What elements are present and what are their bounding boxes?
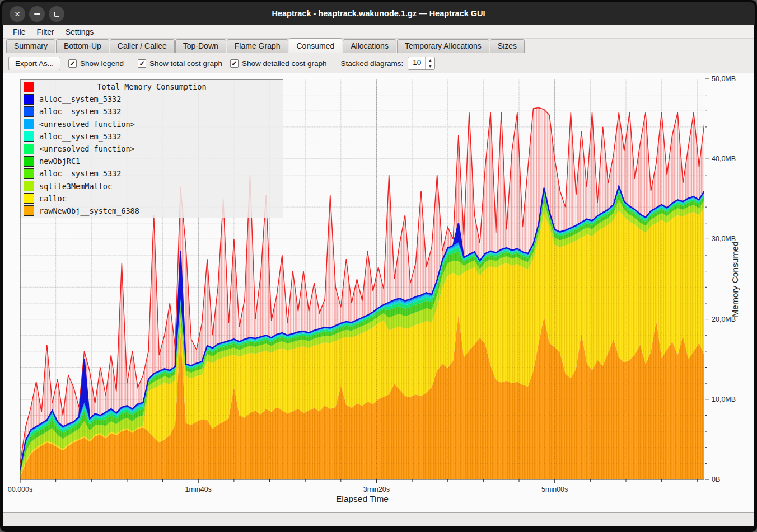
maximize-icon — [54, 12, 59, 17]
legend-swatch — [24, 131, 34, 142]
y-tick-label: 50,0MB — [712, 75, 736, 83]
status-strip — [3, 513, 754, 526]
tab-consumed[interactable]: Consumed — [289, 38, 343, 53]
menubar: FileFilterSettings — [3, 25, 754, 39]
checkbox-checked-icon: ✓ — [138, 59, 146, 68]
minimize-button[interactable] — [29, 6, 45, 22]
spin-down-icon[interactable]: ▼ — [426, 63, 434, 69]
x-axis-title: Elapsed Time — [20, 494, 704, 504]
menu-item-file[interactable]: File — [7, 26, 31, 37]
legend-swatch — [24, 144, 34, 154]
tab-summary[interactable]: Summary — [6, 39, 55, 53]
show-legend-checkbox[interactable]: ✓ Show legend — [68, 59, 124, 68]
legend-label: <unresolved function> — [39, 144, 135, 153]
legend-item: alloc__system_5332 — [21, 105, 283, 117]
tab-sizes[interactable]: Sizes — [490, 39, 525, 53]
legend-label: alloc__system_5332 — [39, 95, 121, 103]
legend-item: alloc__system_5332 — [21, 167, 283, 180]
legend-label: alloc__system_5332 — [39, 169, 121, 178]
x-tick-label: 1min40s — [185, 486, 212, 493]
y-axis-title: Memory Consumed — [730, 241, 740, 317]
maximize-button[interactable] — [49, 6, 64, 22]
y-tick-label: 0B — [712, 475, 720, 483]
legend-label: calloc — [39, 194, 67, 203]
show-total-cost-checkbox[interactable]: ✓ Show total cost graph — [138, 59, 222, 68]
checkbox-checked-icon: ✓ — [68, 59, 77, 68]
legend-item: calloc — [21, 192, 283, 205]
minimize-icon — [34, 13, 40, 15]
y-tick-label: 40,0MB — [712, 155, 736, 163]
legend-swatch — [24, 156, 34, 167]
legend-item: newObjRC1 — [21, 155, 283, 167]
tab-top-down[interactable]: Top-Down — [175, 39, 226, 53]
show-detailed-cost-label: Show detailed cost graph — [242, 59, 327, 68]
legend-item: sqlite3MemMalloc — [21, 180, 283, 192]
menu-item-settings[interactable]: Settings — [60, 26, 100, 37]
checkbox-checked-icon: ✓ — [230, 59, 239, 68]
export-as-button[interactable]: Export As... — [8, 57, 60, 70]
menu-item-filter[interactable]: Filter — [31, 26, 60, 37]
tabbar: SummaryBottom-UpCaller / CalleeTop-DownF… — [3, 39, 754, 53]
close-icon: ✕ — [15, 10, 21, 18]
tab-caller-callee[interactable]: Caller / Callee — [110, 39, 175, 53]
stacked-diagrams-value: 10 — [408, 57, 425, 69]
legend-label: <unresolved function> — [39, 120, 135, 129]
window-title: Heaptrack - heaptrack.wakunode.1.gz — He… — [75, 2, 682, 25]
legend-item: alloc__system_5332 — [21, 93, 283, 105]
legend-swatch — [24, 94, 34, 105]
tab-flame-graph[interactable]: Flame Graph — [227, 39, 288, 53]
x-tick-label: 00.000s — [8, 486, 32, 493]
show-legend-label: Show legend — [80, 59, 124, 68]
tab-temporary-allocations[interactable]: Temporary Allocations — [397, 39, 489, 53]
show-detailed-cost-checkbox[interactable]: ✓ Show detailed cost graph — [230, 59, 327, 68]
spin-up-icon[interactable]: ▲ — [426, 57, 434, 63]
titlebar[interactable]: ✕ Heaptrack - heaptrack.wakunode.1.gz — … — [2, 2, 755, 25]
tab-bottom-up[interactable]: Bottom-Up — [56, 39, 109, 53]
chart-pane: 00.000s1min40s3min20s5min00s0B10,0MB20,0… — [3, 73, 754, 513]
chart-legend: Total Memory Consumptionalloc__system_53… — [20, 79, 283, 218]
legend-swatch — [24, 119, 34, 129]
close-button[interactable]: ✕ — [10, 6, 25, 22]
legend-swatch — [24, 193, 34, 204]
legend-swatch — [24, 205, 34, 216]
legend-item: alloc__system_5332 — [21, 130, 283, 143]
stacked-diagrams-label: Stacked diagrams: — [341, 59, 404, 68]
legend-label: alloc__system_5332 — [39, 132, 121, 141]
tab-allocations[interactable]: Allocations — [343, 39, 396, 53]
toolbar: Export As... ✓ Show legend ✓ Show total … — [3, 53, 754, 73]
legend-item: <unresolved function> — [21, 143, 283, 155]
legend-swatch — [24, 106, 34, 117]
legend-swatch — [24, 168, 34, 179]
toolbar-separator — [132, 58, 132, 69]
show-total-cost-label: Show total cost graph — [149, 59, 222, 68]
x-tick-label: 5min00s — [541, 486, 568, 493]
y-tick-label: 10,0MB — [712, 396, 736, 403]
legend-item: rawNewObj__system_6388 — [21, 205, 283, 217]
legend-swatch — [24, 181, 34, 191]
legend-label: sqlite3MemMalloc — [39, 182, 112, 191]
legend-label: rawNewObj__system_6388 — [39, 206, 139, 215]
x-tick-label: 3min20s — [363, 486, 390, 493]
legend-item: <unresolved function> — [21, 118, 283, 130]
legend-label: alloc__system_5332 — [39, 107, 121, 116]
stacked-diagrams-spinbox[interactable]: 10 ▲ ▼ — [408, 57, 435, 70]
heaptrack-window: ✕ Heaptrack - heaptrack.wakunode.1.gz — … — [0, 0, 757, 532]
toolbar-separator — [335, 58, 335, 69]
legend-label: newObjRC1 — [39, 157, 80, 166]
legend-title: Total Memory Consumption — [21, 82, 283, 91]
